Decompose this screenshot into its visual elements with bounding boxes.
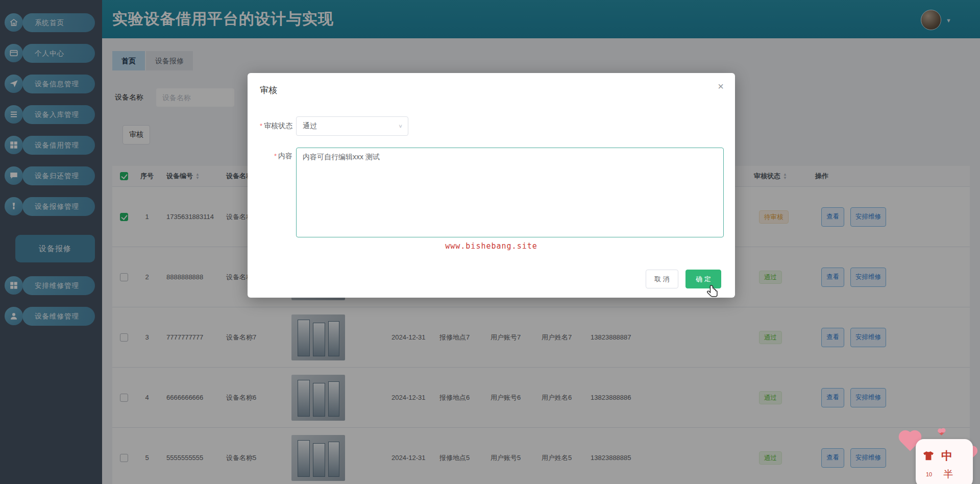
content-field-label: *内容 bbox=[248, 152, 292, 161]
watermark-text: www.bishebang.site bbox=[248, 241, 735, 251]
heart-icon bbox=[938, 429, 945, 435]
ime-shape-half[interactable]: 半 bbox=[943, 468, 953, 481]
ime-status-panel: 中 10 半 bbox=[901, 428, 980, 484]
status-select[interactable]: 通过 ∨ bbox=[296, 116, 408, 136]
audit-modal: 审核 × *审核状态 通过 ∨ *内容 内容可自行编辑xxx 测试 www.bi… bbox=[248, 73, 735, 298]
required-asterisk: * bbox=[260, 122, 262, 130]
ime-counter: 10 bbox=[926, 471, 932, 477]
status-select-value: 通过 bbox=[297, 122, 398, 131]
status-field-label: *审核状态 bbox=[248, 122, 292, 131]
required-asterisk: * bbox=[274, 152, 277, 160]
chevron-down-icon: ∨ bbox=[398, 123, 408, 129]
shirt-icon bbox=[923, 451, 934, 461]
confirm-button[interactable]: 确 定 bbox=[685, 270, 721, 288]
ime-mode-cn[interactable]: 中 bbox=[941, 448, 952, 464]
content-textarea[interactable]: 内容可自行编辑xxx 测试 bbox=[296, 148, 724, 237]
close-icon[interactable]: × bbox=[718, 81, 724, 91]
cancel-button[interactable]: 取 消 bbox=[646, 270, 678, 288]
ime-window: 中 10 半 bbox=[916, 439, 973, 484]
modal-title: 审核 bbox=[260, 84, 277, 96]
